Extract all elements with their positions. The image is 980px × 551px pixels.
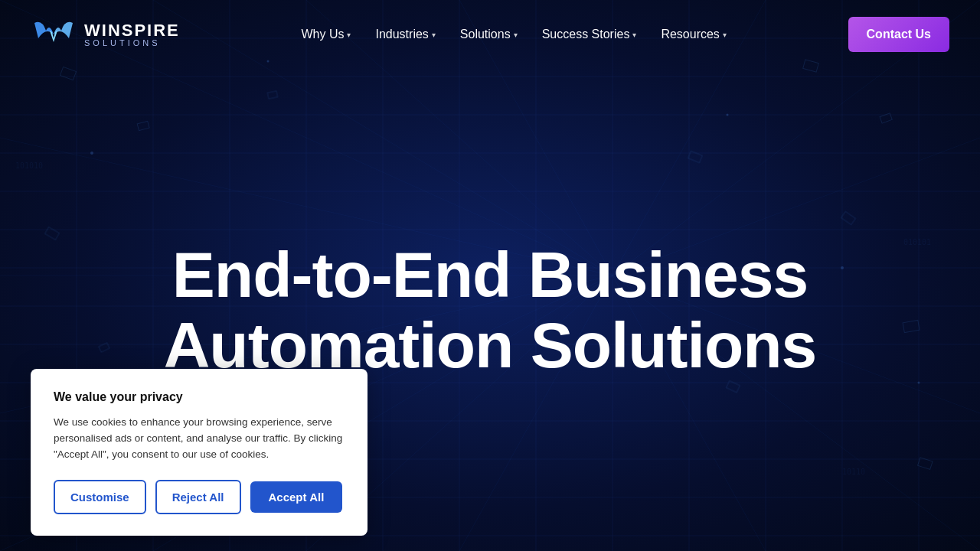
logo[interactable]: WINSPIRE SOLUTIONS [31, 15, 180, 54]
cookie-body: We use cookies to enhance your browsing … [54, 415, 345, 463]
cookie-buttons: Customise Reject All Accept All [54, 480, 345, 514]
logo-icon [31, 15, 77, 54]
navbar: WINSPIRE SOLUTIONS Why Us ▾ Industries ▾… [0, 0, 980, 69]
nav-industries[interactable]: Industries ▾ [366, 21, 444, 47]
reject-all-button[interactable]: Reject All [155, 480, 241, 514]
chevron-down-icon: ▾ [432, 31, 436, 39]
cookie-title: We value your privacy [54, 390, 345, 404]
accept-all-button[interactable]: Accept All [250, 481, 343, 513]
chevron-down-icon: ▾ [723, 31, 727, 39]
nav-why-us[interactable]: Why Us ▾ [292, 21, 360, 47]
nav-solutions[interactable]: Solutions ▾ [451, 21, 527, 47]
chevron-down-icon: ▾ [347, 31, 351, 39]
nav-success-stories[interactable]: Success Stories ▾ [533, 21, 646, 47]
hero-title: End-to-End Business Automation Solutions [77, 240, 903, 381]
brand-name: WINSPIRE [84, 22, 180, 39]
brand-tagline: SOLUTIONS [84, 39, 180, 47]
customise-button[interactable]: Customise [54, 480, 146, 514]
chevron-down-icon: ▾ [514, 31, 518, 39]
chevron-down-icon: ▾ [632, 31, 636, 39]
contact-us-button[interactable]: Contact Us [848, 17, 949, 52]
nav-links: Why Us ▾ Industries ▾ Solutions ▾ Succes… [292, 21, 735, 47]
cookie-banner: We value your privacy We use cookies to … [31, 369, 368, 536]
nav-resources[interactable]: Resources ▾ [652, 21, 735, 47]
